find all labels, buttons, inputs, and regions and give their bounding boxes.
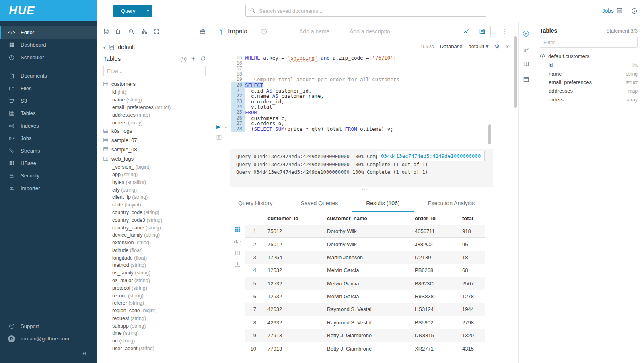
documents-source-icon[interactable] [116,29,121,34]
resize-handle-bottom[interactable]: ··· [212,187,518,192]
info-icon[interactable] [540,54,545,59]
code-line[interactable]: FROM [245,110,506,116]
code-line[interactable]: WHERE a.key = 'shipping' and a.zip_code … [245,55,506,61]
results-cell[interactable]: XR2771 [411,342,458,355]
execute-caret-icon[interactable]: ▾ [225,126,227,130]
column-item-country-code[interactable]: country_code (string) [97,209,212,217]
column-item-subapp[interactable]: subapp (string) [97,322,212,330]
database-source-icon[interactable] [103,29,109,35]
help-icon[interactable]: ? [506,44,509,49]
code-line[interactable]: c.orders o, [245,121,506,126]
results-cell[interactable]: 2798 [458,316,485,329]
add-table-icon[interactable] [191,56,196,61]
code-line[interactable] [245,72,506,77]
sidebar-item-streams[interactable]: Streams [0,144,97,157]
table-item-k8s-logs[interactable]: k8s_logs [97,126,212,136]
results-cell[interactable]: Dorothy Wilk [323,225,411,238]
results-cell[interactable]: Betty J. Giambrone [323,329,411,342]
tab-query-history[interactable]: Query History [224,196,287,212]
pane-scrollbar[interactable] [514,36,517,108]
results-cell[interactable]: 2 [245,238,263,251]
sidebar-item-documents[interactable]: Documents [0,70,97,82]
column-item-device-family[interactable]: device_family (string) [97,231,212,239]
results-cell[interactable]: Raymond S. Vestal [323,303,411,316]
search-input[interactable] [259,8,481,14]
results-cell[interactable]: 77913 [263,329,323,342]
columns-view-icon[interactable] [235,250,240,256]
column-item-longitude[interactable]: longitude (float) [97,254,212,262]
sitemap-icon[interactable] [141,29,147,34]
chart-button[interactable] [458,26,474,37]
results-cell[interactable]: 12532 [263,264,323,277]
code-line[interactable]: c.id AS customer_id, [245,88,506,94]
results-row[interactable]: 317254Martin JohnsonI72T3918 [245,251,485,264]
zoom-icon[interactable] [128,29,134,35]
ra-column-id[interactable]: id int [549,61,638,69]
refresh-icon[interactable] [200,56,206,61]
column-item-os-family[interactable]: os_family (string) [97,269,212,277]
sidebar-collapse-button[interactable]: « [0,345,97,361]
column-item-request[interactable]: request (string) [97,315,212,322]
results-row[interactable]: 175012Dorothy Wilk4056711918 [245,225,485,238]
results-cell[interactable]: R9S838 [411,290,458,303]
results-cell[interactable]: 6 [245,290,263,303]
column-item-app[interactable]: app (string) [97,171,212,179]
results-column-header[interactable]: customer_name [323,212,411,225]
tab-execution-analysis[interactable]: Execution Analysis [414,196,489,212]
code-line[interactable]: SELECT [245,82,506,88]
column-item-extension[interactable]: extension (string) [97,239,212,247]
column-item-name[interactable]: name (string) [97,96,212,104]
code-line[interactable] [245,66,506,72]
code-line[interactable]: -- Compute total amount per order for al… [245,77,506,82]
results-column-header[interactable]: customer_id [263,212,323,225]
query-description-input[interactable] [350,28,398,35]
results-cell[interactable]: 42632 [263,316,323,329]
download-icon[interactable] [235,262,240,267]
results-cell[interactable]: 918 [458,225,485,238]
results-column-header[interactable]: order_id [411,212,458,225]
results-cell[interactable]: DN8815 [411,329,458,342]
results-row[interactable]: 977913Betty J. GiambroneDN88151320 [245,329,485,342]
results-cell[interactable]: 10 [245,342,263,355]
column-item--version-[interactable]: _version_ (bigint) [97,163,212,171]
ra-column-orders[interactable]: orders array [549,95,638,104]
hue-logo[interactable]: HUE [0,0,97,21]
results-cell[interactable]: Melvin Garcia [323,277,411,290]
column-item-url[interactable]: url (string) [97,337,212,345]
results-cell[interactable]: BS5902 [411,316,458,329]
results-row[interactable]: 742632Raymond S. VestalHS31241944 [245,303,485,316]
sidebar-item-importer[interactable]: Importer [0,182,97,194]
sidebar-item-indexes[interactable]: Indexes [0,120,97,132]
sidebar-item-s3[interactable]: S3 [0,95,97,107]
editor-code[interactable]: WHERE a.key = 'shipping' and a.zip_code … [245,55,506,144]
column-item-email-preferences[interactable]: email_preferences (struct) [97,104,212,111]
column-item-latitude[interactable]: latitude (float) [97,247,212,254]
ra-column-addresses[interactable]: addresses map [549,87,638,95]
results-cell[interactable]: B8623C [411,277,458,290]
sidebar-item-security[interactable]: Security [0,169,97,182]
results-cell[interactable]: 1278 [458,290,485,303]
sidebar-item-hbase[interactable]: HBase [0,157,97,169]
explore-compass-icon[interactable] [523,30,529,38]
column-item-record[interactable]: record (string) [97,292,212,299]
column-item-country-code3[interactable]: country_code3 (string) [97,216,212,224]
functions-icon[interactable]: x² [524,47,528,53]
jobs-link[interactable]: Jobs [602,8,623,14]
code-line[interactable]: v.total [245,104,506,110]
column-item-id[interactable]: id (int) [97,89,212,96]
sidebar-item-jobs[interactable]: Jobs [0,132,97,144]
sidebar-item-support[interactable]: ? Support [0,320,97,332]
editor-history-icon[interactable] [261,28,267,35]
results-row[interactable]: 412532Melvin GarciaPB626868 [245,264,485,277]
results-cell[interactable]: Melvin Garcia [323,264,411,277]
results-cell[interactable]: 8 [245,316,263,329]
right-assist-filter-input[interactable] [540,37,638,48]
results-row[interactable]: 1077913Betty J. GiambroneXR27714315 [245,342,485,355]
tab-saved-queries[interactable]: Saved Queries [287,196,352,212]
results-cell[interactable]: 42632 [263,303,323,316]
results-cell[interactable]: 77913 [263,342,323,355]
code-line[interactable] [245,61,506,66]
resize-handle-top[interactable]: ··· [212,144,518,148]
code-line[interactable]: o.order_id, [245,99,506,105]
results-cell[interactable]: PB6268 [411,264,458,277]
